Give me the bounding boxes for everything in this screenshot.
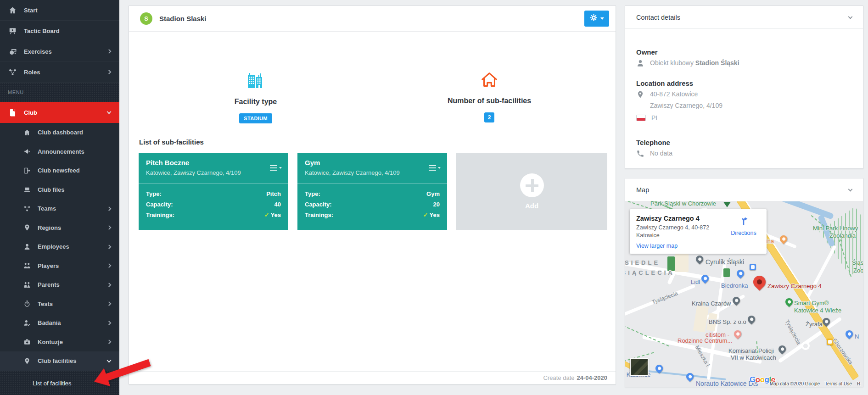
map-label: N: [855, 333, 859, 340]
add-sub-facility-button[interactable]: Add: [456, 153, 607, 230]
owner-name: Stadion Śląski: [695, 59, 739, 67]
report-error-link[interactable]: R: [857, 381, 860, 386]
sidebar-item-announcements[interactable]: Announcements: [0, 142, 119, 161]
map-label: Norauto Katowice Dts: [696, 380, 758, 387]
map-label: VII w Katowicach: [731, 354, 776, 361]
check-icon: ✓: [264, 211, 269, 218]
owner-heading: Owner: [636, 48, 658, 56]
map-label: BNS Sp. z o.o: [709, 318, 746, 325]
satellite-view-toggle[interactable]: [630, 358, 649, 376]
biedronka-pin: [735, 268, 746, 279]
sidebar-item-start[interactable]: Start: [0, 0, 119, 21]
map-building: [675, 253, 689, 272]
sidebar-item-players[interactable]: Players: [0, 256, 119, 276]
sidebar-item-kontuzje[interactable]: Kontuzje: [0, 333, 119, 352]
sub-facility-address: Katowice, Zawiszy Czarnego, 4/109: [305, 169, 440, 176]
terms-of-use-link[interactable]: Terms of Use: [825, 381, 852, 386]
map-river: [774, 201, 834, 220]
sidebar-item-club-newsfeed[interactable]: Club newsfeed: [0, 161, 119, 180]
chevron-right-icon: [107, 283, 112, 287]
map-info-window: Zawiszy Czarnego 4 Zawiszy Czarnego 4, 4…: [630, 209, 767, 254]
facility-type-stat: Facility type STADIUM: [182, 70, 329, 123]
map-label: OSIEDLE: [625, 259, 660, 266]
chevron-down-icon: [438, 167, 441, 169]
google-map[interactable]: Park Śląski w ChorzowieMini Park LinowyZ…: [625, 201, 863, 387]
page-title: Stadion Slaski: [159, 15, 207, 22]
sidebar-item-club-files[interactable]: Club files: [0, 180, 119, 200]
map-road: [802, 245, 836, 305]
sidebar-item-parents[interactable]: Parents: [0, 275, 119, 295]
sub-facility-title: Gym: [305, 159, 440, 167]
map-label: Komisariat Policji: [728, 347, 774, 354]
map-green-area: [723, 268, 730, 277]
book-icon: [8, 108, 17, 117]
sidebar-item-regions[interactable]: Regions: [0, 218, 119, 238]
sidebar-item-list-of-facilities[interactable]: List of facilities: [0, 374, 119, 393]
map-river: [639, 369, 726, 380]
parents-icon: [23, 281, 31, 289]
map-header[interactable]: Map: [625, 178, 863, 201]
map-label: Zoolandia: [829, 232, 856, 239]
smart-gym-pin: [784, 297, 795, 307]
sidebar-item-teams[interactable]: Teams: [0, 199, 119, 218]
card-menu-button[interactable]: [270, 164, 282, 172]
map-label: Cyrulik Śląski: [706, 258, 744, 266]
person-icon: [636, 59, 644, 67]
red-location-marker: [750, 273, 768, 290]
facility-header: S Stadion Slaski: [129, 6, 616, 32]
people-network-icon: [8, 68, 17, 77]
stat-label: Facility type: [182, 98, 329, 106]
map-label: Lidl: [691, 278, 700, 285]
sidebar-item-club-facilities[interactable]: Club facilities: [0, 351, 119, 371]
home-icon: [8, 6, 17, 15]
home-outline-icon: [480, 83, 499, 91]
hamburger-icon: [429, 164, 436, 172]
map-label: Tysiąclecia: [784, 319, 802, 345]
map-pin-icon: [23, 224, 31, 231]
directions-icon: [738, 220, 749, 228]
poland-flag-icon: [636, 115, 646, 121]
sidebar-item-club-dashboard[interactable]: Club dashboard: [0, 123, 119, 142]
directions-button[interactable]: Directions: [726, 216, 761, 236]
sidebar-footer: List of facilities: [0, 371, 119, 395]
map-label: Smart Gym®: [794, 300, 829, 306]
sub-facility-card[interactable]: Pitch Boczne Katowice, Zawiszy Czarnego,…: [139, 153, 288, 230]
settings-button[interactable]: [584, 11, 609, 27]
person-check-icon: [23, 319, 31, 327]
stopwatch-icon: [23, 300, 31, 307]
people-network-icon: [23, 205, 31, 212]
create-date-footer: Create date24-04-2020: [129, 371, 616, 384]
sidebar-item-tests[interactable]: Tests: [0, 295, 119, 314]
map-label: Żyrafa: [806, 321, 823, 328]
gear-icon: [590, 14, 598, 23]
sub-facility-card[interactable]: Gym Katowice, Zawiszy Czarnego, 4/109 Ty…: [297, 153, 447, 230]
view-larger-map-link[interactable]: View larger map: [636, 243, 678, 249]
chevron-down-icon: [107, 358, 112, 362]
avatar: S: [140, 12, 152, 25]
people-pair-icon: [23, 262, 31, 269]
sidebar-item-badania[interactable]: Badania: [0, 313, 119, 333]
plus-icon: [520, 173, 544, 197]
contact-details-header[interactable]: Contact details: [625, 6, 863, 29]
buildings-icon: [246, 84, 266, 92]
door-exit-icon: [23, 167, 31, 174]
app-window: Start Tactic Board Exercises: [0, 0, 868, 395]
map-label: Park Śląski w Chorzowie: [650, 201, 716, 207]
contact-details-panel: Contact details Owner Obiekt klubowy Sta…: [625, 6, 863, 169]
norauto-pin: [685, 372, 695, 382]
sidebar-item-roles[interactable]: Roles: [0, 62, 119, 83]
chevron-down-icon: [848, 14, 853, 19]
telephone-heading: Telephone: [636, 139, 670, 146]
chevron-down-icon: [279, 167, 282, 169]
sidebar-item-exercises[interactable]: Exercises: [0, 41, 119, 62]
facility-main-panel: S Stadion Slaski Facility type STADIUM N…: [129, 6, 616, 384]
facility-type-badge: STADIUM: [239, 113, 272, 123]
card-menu-button[interactable]: [429, 164, 441, 172]
chevron-right-icon: [107, 70, 112, 74]
sidebar-item-tactic-board[interactable]: Tactic Board: [0, 21, 119, 41]
sidebar-item-club[interactable]: Club: [0, 102, 119, 123]
chevron-right-icon: [107, 263, 112, 268]
sidebar-item-employees[interactable]: Employees: [0, 237, 119, 256]
map-label: Kraina Czarów: [692, 300, 731, 307]
chevron-right-icon: [107, 321, 112, 325]
